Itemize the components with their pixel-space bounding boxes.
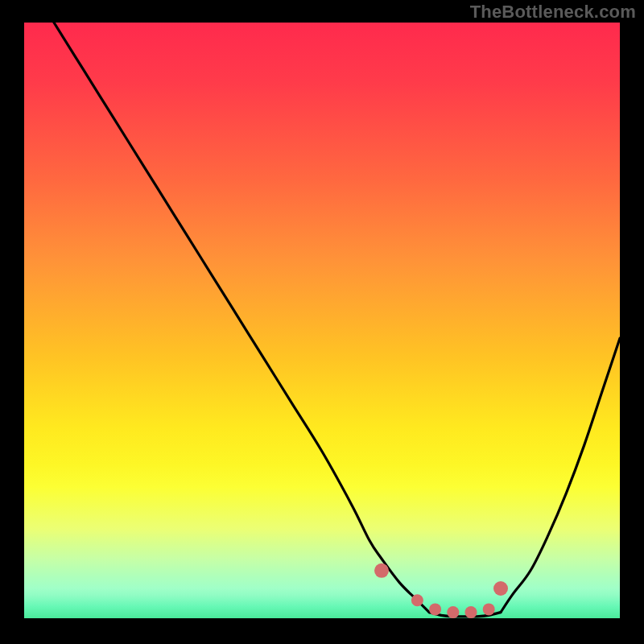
plot-area <box>24 23 620 618</box>
chart-stage: TheBottleneck.com <box>0 0 644 644</box>
watermark-text: TheBottleneck.com <box>470 2 636 23</box>
curve-right-branch <box>501 338 620 612</box>
curve-valley-floor <box>429 613 501 617</box>
curve-left-branch <box>54 23 429 613</box>
curve-layer <box>24 23 620 618</box>
